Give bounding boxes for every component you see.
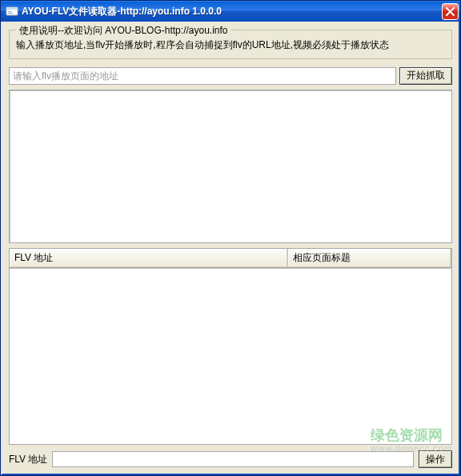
flv-address-label: FLV 地址 (9, 453, 47, 466)
window-title: AYOU-FLV文件读取器-http://ayou.info 1.0.0.0 (22, 5, 442, 18)
svg-rect-1 (6, 7, 18, 10)
usage-legend: 使用说明--欢迎访问 AYOU-BLOG-http://ayou.info (16, 24, 231, 38)
svg-rect-2 (8, 11, 11, 12)
bottom-row: FLV 地址 操作 (9, 450, 452, 469)
app-window: AYOU-FLV文件读取器-http://ayou.info 1.0.0.0 使… (0, 0, 461, 476)
output-textarea[interactable] (9, 90, 452, 243)
title-bar: AYOU-FLV文件读取器-http://ayou.info 1.0.0.0 (1, 1, 460, 22)
svg-rect-3 (8, 13, 13, 14)
table-body[interactable] (10, 269, 451, 444)
usage-text: 输入播放页地址,当flv开始播放时,程序会自动捕捉到flv的URL地址,视频必须… (16, 38, 445, 52)
table-header: FLV 地址 相应页面标题 (10, 249, 451, 269)
flv-address-input[interactable] (52, 451, 414, 467)
results-table: FLV 地址 相应页面标题 (9, 248, 452, 445)
input-row: 开始抓取 (9, 67, 452, 85)
action-button[interactable]: 操作 (419, 450, 452, 468)
close-button[interactable] (442, 3, 459, 20)
close-icon (446, 7, 455, 16)
usage-groupbox: 使用说明--欢迎访问 AYOU-BLOG-http://ayou.info 输入… (9, 30, 452, 59)
start-capture-button[interactable]: 开始抓取 (399, 67, 452, 85)
url-input[interactable] (9, 67, 396, 85)
column-flv-url[interactable]: FLV 地址 (10, 249, 288, 268)
app-icon (6, 5, 18, 18)
column-page-title[interactable]: 相应页面标题 (288, 249, 451, 268)
client-area: 使用说明--欢迎访问 AYOU-BLOG-http://ayou.info 输入… (1, 22, 460, 475)
